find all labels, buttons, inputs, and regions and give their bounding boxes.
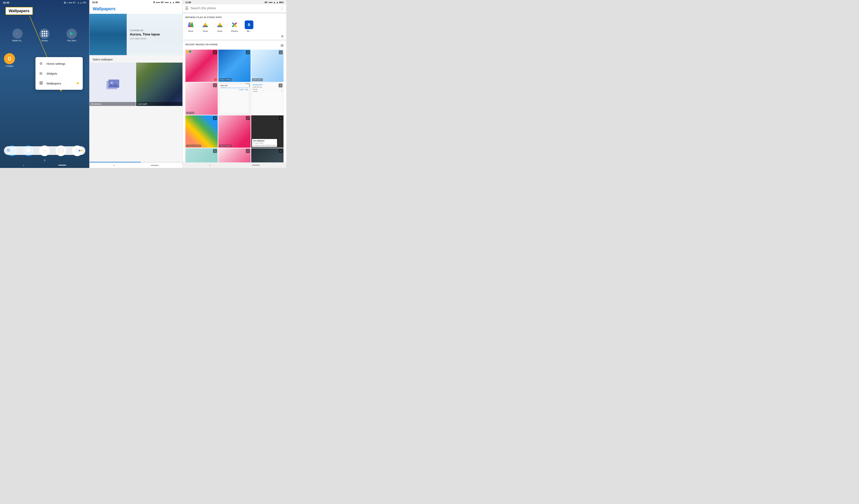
expand-icon-7[interactable]: ⤢ <box>213 116 217 120</box>
status-bar-search: 11:58 36° ●●● ▲ ▲ 66% <box>183 0 286 4</box>
expand-icon-8[interactable]: ⤢ <box>246 116 250 120</box>
home-pill-search[interactable] <box>252 165 260 166</box>
keep-looking-label: Keep Looking <box>219 78 231 81</box>
wifi-wp: ▲ <box>169 1 171 3</box>
image-thumb-8[interactable]: ⤢ Upcoming flight <box>218 115 251 148</box>
search-panel: 11:58 36° ●●● ▲ ▲ 66% ☰ ⋮ BROWSE FILES I… <box>183 0 286 168</box>
menu-home-settings[interactable]: ⚙ Home settings <box>35 59 83 68</box>
menu-widgets[interactable]: ⊞ Widgets <box>35 68 83 78</box>
image-thumb-7[interactable]: ⤢ Overview selection <box>185 115 218 148</box>
app-row: GP Mobile Pa... Streaks <box>0 29 89 42</box>
hamburger-icon[interactable]: ☰ <box>185 6 189 11</box>
image-thumb-11[interactable]: ⤢ <box>218 148 251 162</box>
wallpapers-panel: 10:35 ⏱ ●●● 45° ●●● ▲ ▲ 29% Wallpapers C… <box>89 0 183 168</box>
wifi-icon: ▲ <box>77 2 79 4</box>
myphotos-label: My photos <box>89 102 136 106</box>
dot-indicator <box>77 82 79 84</box>
app-entry-bit[interactable]: B Bit... <box>244 20 254 32</box>
battery-wp: 29% <box>175 1 180 3</box>
app-entry-photos[interactable]: Photos <box>229 20 240 32</box>
expand-icon-12[interactable]: ⤢ <box>279 149 283 153</box>
wallpapers-header: Wallpapers <box>89 4 182 14</box>
gpay-label: Mobile Pa... <box>12 40 22 42</box>
expand-icon-2[interactable]: ⤢ <box>246 50 250 54</box>
status-bar-wallpapers: 10:35 ⏱ ●●● 45° ●●● ▲ ▲ 29% <box>89 0 182 4</box>
image-thumb-2[interactable]: ⤢ Keep Looking <box>218 50 251 82</box>
wallpaper-thumb-liveearth[interactable]: Live earth <box>136 63 182 106</box>
home-screen-panel: 10:35 🖼 ✕ ●●● 45° · ▲ ▲ 29% Wallpapers G… <box>0 0 89 168</box>
image-thumb-5[interactable]: ⤢ Enter Task Task text... CANCEL SAVE <box>218 82 251 115</box>
browse-title: BROWSE FILES IN OTHER APPS <box>185 16 284 18</box>
gear-icon: ⚙ <box>40 61 44 66</box>
time-search: 11:58 <box>185 1 191 3</box>
dots-grid <box>42 31 47 37</box>
app-entry-drive1[interactable]: Drive <box>185 20 196 32</box>
wallpapers-label: Wallpapers <box>46 82 61 85</box>
battery-icon: 29% <box>82 2 87 4</box>
back-button-wp[interactable]: ‹ <box>114 163 115 167</box>
search-bar[interactable]: G <box>4 146 85 155</box>
set-wallpaper-option-lock[interactable]: ☐ Lock screen <box>253 142 276 144</box>
search-input[interactable] <box>191 6 278 10</box>
playstore-icon <box>66 29 77 39</box>
app-icon-untappd[interactable]: Untappd <box>4 53 15 67</box>
expand-icon[interactable]: ⊞ <box>281 35 284 38</box>
dark-sky-label: Dark Sky <box>186 112 194 114</box>
overview-label: Overview selection <box>186 145 201 147</box>
drive-label-1: Drive <box>188 30 193 32</box>
playstore-label: Play Store <box>67 40 76 42</box>
home-settings-label: Home settings <box>46 62 65 65</box>
currently-set-overlay: Currently set Aurora, Time lapse Live da… <box>127 14 182 55</box>
my-photos-icon <box>105 78 121 91</box>
app-entry-drive2[interactable]: Drive <box>200 20 211 32</box>
recent-header: RECENT IMAGES ON PHONE ⊞ <box>185 43 284 48</box>
wallpapers-title: Wallpapers <box>93 6 179 12</box>
images-grid: ⤢ ● ⤢ Keep Looking ⤢ Solid colors <box>185 50 284 148</box>
expand-icon-4[interactable]: ⤢ <box>213 83 217 87</box>
widgets-label: Widgets <box>46 72 57 75</box>
bit-label: Bit... <box>247 30 251 32</box>
status-icons-home: 🖼 ✕ ●●● 45° · ▲ ▲ 29% <box>64 2 87 4</box>
expand-icon-3[interactable]: ⤢ <box>279 50 283 54</box>
swipe-up-indicator: ∧ <box>44 158 46 162</box>
grid-view-icon[interactable]: ⊞ <box>281 43 284 48</box>
temp-label: 45° <box>73 2 76 4</box>
app-icon-gpay[interactable]: GP Mobile Pa... <box>11 29 25 42</box>
image-thumb-12[interactable]: ⤢ <box>251 148 284 162</box>
image-thumb-6[interactable]: ⤢ Recently TEXT Google Play Store● Dark … <box>251 82 284 115</box>
home-pill-wp[interactable] <box>151 165 159 166</box>
untappd-icon <box>4 53 15 64</box>
image-thumb-10[interactable]: ⤢ Traffic information <box>185 148 218 162</box>
temp-search: 36° <box>265 1 268 3</box>
expand-icon-9[interactable]: ⤢ <box>279 116 283 120</box>
image-thumb-9[interactable]: ⤢ Set wallpaper ☐ Lock screen ☐ Home scr… <box>251 115 284 148</box>
expand-icon-1[interactable]: ⤢ <box>213 50 217 54</box>
app-icon-playstore[interactable]: Play Store <box>65 29 79 42</box>
back-button-search[interactable]: ‹ <box>209 163 210 167</box>
set-wallpaper-popup: Set wallpaper ☐ Lock screen ☐ Home scree… <box>252 139 277 147</box>
svg-point-2 <box>7 56 12 61</box>
status-icons-wp: ⏱ ●●● 45° ●●● ▲ ▲ 29% <box>153 1 180 3</box>
google-logo: G <box>7 148 12 153</box>
wallpaper-icon: 🖼 <box>40 81 44 85</box>
back-button-home[interactable]: ‹ <box>23 163 24 167</box>
currently-set-section: Currently set Aurora, Time lapse Live da… <box>89 14 182 55</box>
menu-wallpapers[interactable]: 🖼 Wallpapers <box>35 78 83 88</box>
currently-set-sub: Live data series <box>130 37 179 40</box>
expand-icon-10[interactable]: ⤢ <box>213 149 217 153</box>
google-dots <box>79 150 82 152</box>
liveearth-label: Live earth <box>136 102 182 106</box>
image-thumb-1[interactable]: ⤢ ● <box>185 50 218 82</box>
hourglass-icon: ⏱ <box>153 1 155 3</box>
more-vert-icon[interactable]: ⋮ <box>280 6 284 11</box>
app-entry-drive3[interactable]: Drive <box>214 20 225 32</box>
wallpaper-thumb-myphotos[interactable]: My photos <box>89 63 136 106</box>
image-thumb-3[interactable]: ⤢ Solid colors <box>251 50 284 82</box>
expand-icon-11[interactable]: ⤢ <box>246 149 250 153</box>
image-thumb-4[interactable]: ⤢ Dark Sky <box>185 82 218 115</box>
home-pill-home[interactable] <box>58 165 66 166</box>
app-icon-streaks[interactable]: Streaks <box>37 29 51 42</box>
nav-bar-search: ‹ <box>183 162 286 168</box>
set-wallpaper-option-both[interactable]: ☐ Home screen and lock screen <box>253 144 276 146</box>
untappd-label: Untappd <box>6 65 13 67</box>
